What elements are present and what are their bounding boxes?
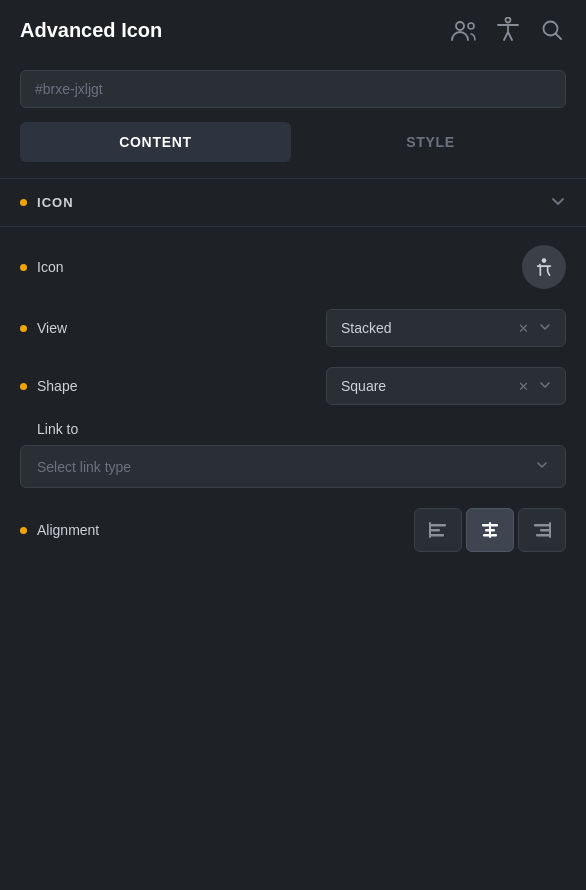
section-dot — [20, 199, 27, 206]
chevron-down-icon — [535, 458, 549, 475]
icon-section-header[interactable]: ICON — [0, 179, 586, 227]
alignment-control — [140, 508, 566, 552]
svg-rect-19 — [549, 522, 551, 538]
shape-row: Shape Square ✕ — [0, 357, 586, 415]
row-dot — [20, 264, 27, 271]
link-row: Link to Select link type — [0, 415, 586, 492]
chevron-down-icon — [539, 379, 551, 394]
people-icon[interactable] — [450, 16, 478, 44]
search-icon[interactable] — [538, 16, 566, 44]
link-label: Link to — [20, 421, 566, 437]
icon-label: Icon — [20, 259, 140, 275]
alignment-group — [414, 508, 566, 552]
section-title: ICON — [37, 195, 74, 210]
align-right-button[interactable] — [518, 508, 566, 552]
section-content: Icon View Stacked — [0, 227, 586, 570]
icon-row: Icon — [0, 235, 586, 299]
search-bar-container — [0, 60, 586, 122]
select-right-icons: ✕ — [518, 321, 551, 336]
svg-point-1 — [468, 23, 474, 29]
header: Advanced Icon — [0, 0, 586, 60]
svg-point-2 — [506, 18, 511, 23]
alignment-label: Alignment — [20, 522, 140, 538]
chevron-down-icon — [539, 321, 551, 336]
clear-icon[interactable]: ✕ — [518, 379, 529, 394]
tab-content[interactable]: CONTENT — [20, 122, 291, 162]
view-control: Stacked ✕ — [140, 309, 566, 347]
view-row: View Stacked ✕ — [0, 299, 586, 357]
svg-rect-15 — [489, 522, 491, 538]
svg-rect-18 — [536, 534, 550, 537]
tab-style[interactable]: STYLE — [295, 122, 566, 162]
icon-section: ICON Icon — [0, 179, 586, 570]
section-header-left: ICON — [20, 195, 74, 210]
row-dot — [20, 383, 27, 390]
svg-point-0 — [456, 22, 464, 30]
svg-point-7 — [539, 264, 541, 266]
search-input[interactable] — [20, 70, 566, 108]
shape-select[interactable]: Square ✕ — [326, 367, 566, 405]
header-icons — [450, 16, 566, 44]
svg-line-5 — [556, 34, 562, 40]
row-dot — [20, 325, 27, 332]
accessibility-icon[interactable] — [494, 16, 522, 44]
page-title: Advanced Icon — [20, 19, 162, 42]
svg-rect-10 — [430, 534, 444, 537]
view-select[interactable]: Stacked ✕ — [326, 309, 566, 347]
select-right-icons: ✕ — [518, 379, 551, 394]
svg-point-6 — [542, 258, 547, 263]
shape-control: Square ✕ — [140, 367, 566, 405]
icon-picker-button[interactable] — [522, 245, 566, 289]
shape-label: Shape — [20, 378, 140, 394]
svg-rect-8 — [430, 524, 446, 527]
svg-rect-16 — [534, 524, 550, 527]
icon-control — [140, 245, 566, 289]
svg-rect-9 — [430, 529, 440, 532]
svg-rect-11 — [429, 522, 431, 538]
alignment-row: Alignment — [0, 498, 586, 562]
row-dot — [20, 527, 27, 534]
view-label: View — [20, 320, 140, 336]
align-left-button[interactable] — [414, 508, 462, 552]
align-center-button[interactable] — [466, 508, 514, 552]
link-type-select[interactable]: Select link type — [20, 445, 566, 488]
clear-icon[interactable]: ✕ — [518, 321, 529, 336]
svg-rect-17 — [540, 529, 550, 532]
chevron-down-icon — [550, 193, 566, 212]
tabs-container: CONTENT STYLE — [0, 122, 586, 178]
